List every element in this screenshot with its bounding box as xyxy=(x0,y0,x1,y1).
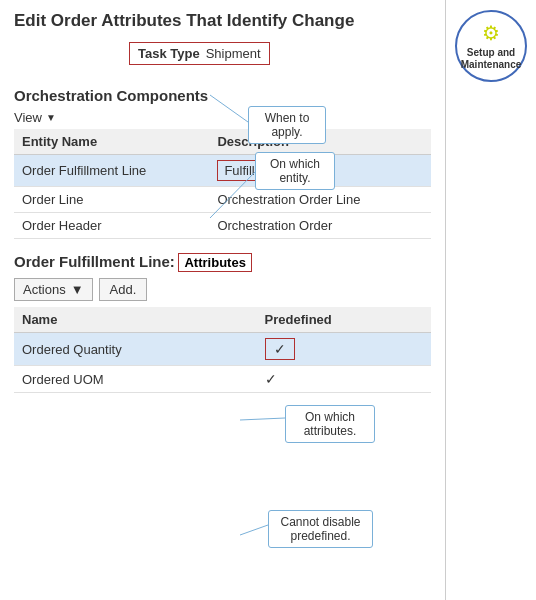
gear-icon: ⚙ xyxy=(482,21,500,45)
attr-name-cell: Ordered UOM xyxy=(14,366,257,393)
col-entity-name: Entity Name xyxy=(14,129,209,155)
task-type-value: Shipment xyxy=(206,46,261,61)
attributes-title-highlight: Attributes xyxy=(178,253,251,272)
predefined-cell: ✓ xyxy=(257,366,431,393)
sidebar-label: Setup and Maintenance xyxy=(461,47,522,71)
on-which-attributes-callout: On which attributes. xyxy=(285,405,375,443)
entity-name-cell: Order Line xyxy=(14,187,209,213)
on-which-entity-text: On which entity. xyxy=(270,157,320,185)
task-type-box: Task Type Shipment xyxy=(129,42,270,65)
table-row[interactable]: Ordered UOM ✓ xyxy=(14,366,431,393)
table-row[interactable]: Order Line Orchestration Order Line xyxy=(14,187,431,213)
predefined-cell: ✓ xyxy=(257,333,431,366)
check-icon: ✓ xyxy=(274,341,286,357)
predefined-check-boxed: ✓ xyxy=(265,338,295,360)
view-dropdown-arrow: ▼ xyxy=(46,112,56,123)
page-title: Edit Order Attributes That Identify Chan… xyxy=(14,10,431,32)
actions-toolbar: Actions ▼ Add. xyxy=(14,278,431,301)
setup-maintenance-button[interactable]: ⚙ Setup and Maintenance xyxy=(455,10,527,82)
view-label: View xyxy=(14,110,42,125)
cannot-disable-text: Cannot disable predefined. xyxy=(280,515,360,543)
task-type-label: Task Type xyxy=(138,46,200,61)
description-cell: Orchestration Order xyxy=(209,213,431,239)
svg-line-3 xyxy=(240,525,268,535)
actions-label: Actions xyxy=(23,282,66,297)
attr-name-cell: Ordered Quantity xyxy=(14,333,257,366)
attributes-title-prefix: Order Fulfillment Line: xyxy=(14,253,175,270)
when-to-apply-text: When to apply. xyxy=(265,111,310,139)
attributes-table: Name Predefined Ordered Quantity ✓ Order… xyxy=(14,307,431,393)
entity-name-cell: Order Fulfillment Line xyxy=(14,155,209,187)
sidebar: ⚙ Setup and Maintenance xyxy=(446,0,536,600)
cannot-disable-callout: Cannot disable predefined. xyxy=(268,510,373,548)
when-to-apply-callout: When to apply. xyxy=(248,106,326,144)
table-row[interactable]: Order Header Orchestration Order xyxy=(14,213,431,239)
table-row[interactable]: Order Fulfillment Line Fulfillment Line xyxy=(14,155,431,187)
actions-button[interactable]: Actions ▼ xyxy=(14,278,93,301)
on-which-entity-callout: On which entity. xyxy=(255,152,335,190)
entity-table: Entity Name Description Order Fulfillmen… xyxy=(14,129,431,239)
attributes-section-header: Order Fulfillment Line: Attributes xyxy=(14,253,431,270)
col-name: Name xyxy=(14,307,257,333)
col-predefined: Predefined xyxy=(257,307,431,333)
svg-line-2 xyxy=(240,418,285,420)
on-which-attributes-text: On which attributes. xyxy=(304,410,357,438)
entity-name-cell: Order Header xyxy=(14,213,209,239)
check-icon: ✓ xyxy=(265,371,277,387)
add-button[interactable]: Add. xyxy=(99,278,148,301)
view-control[interactable]: View ▼ xyxy=(14,110,431,125)
actions-dropdown-arrow: ▼ xyxy=(71,282,84,297)
orchestration-section-title: Orchestration Components xyxy=(14,87,431,104)
description-cell: Orchestration Order Line xyxy=(209,187,431,213)
table-row[interactable]: Ordered Quantity ✓ xyxy=(14,333,431,366)
